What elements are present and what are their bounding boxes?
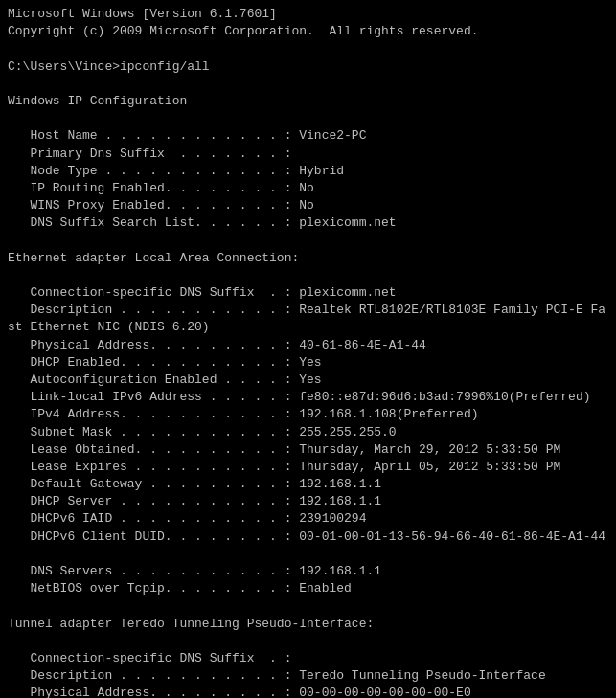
terminal-output: Microsoft Windows [Version 6.1.7601] Cop… <box>8 6 608 698</box>
